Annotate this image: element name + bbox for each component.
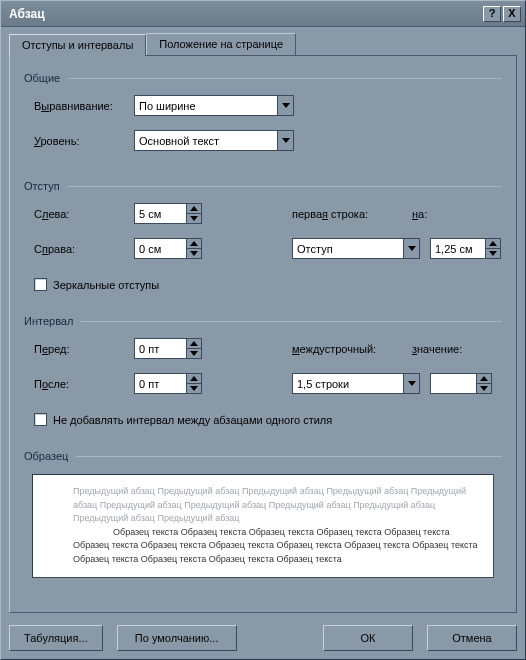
svg-marker-4 <box>190 241 198 246</box>
tab-pageflow[interactable]: Положение на странице <box>146 33 296 55</box>
left-spin[interactable] <box>134 203 202 224</box>
linespacing-drop-icon[interactable] <box>403 373 420 394</box>
ok-button[interactable]: ОК <box>323 625 413 651</box>
preview-sample: Образец текста Образец текста Образец те… <box>45 526 481 567</box>
tabs-button[interactable]: Табуляция... <box>9 625 103 651</box>
titlebar: Абзац ? X <box>1 1 525 27</box>
spin-up-icon[interactable] <box>476 373 492 384</box>
spin-down-icon[interactable] <box>186 214 202 225</box>
preview-box: Предыдущий абзац Предыдущий абзац Предыд… <box>32 474 494 578</box>
before-label: Перед: <box>34 343 124 355</box>
after-value[interactable] <box>134 373 186 394</box>
value-label: значение: <box>412 343 472 355</box>
alignment-label: Выравнивание: <box>34 100 124 112</box>
svg-marker-10 <box>190 351 198 356</box>
svg-marker-14 <box>480 376 488 381</box>
spin-up-icon[interactable] <box>186 373 202 384</box>
dialog-buttons: Табуляция... По умолчанию... ОК Отмена <box>9 617 517 651</box>
left-value[interactable] <box>134 203 186 224</box>
value-spin[interactable] <box>430 373 492 394</box>
alignment-drop-icon[interactable] <box>277 95 294 116</box>
value-value[interactable] <box>430 373 476 394</box>
by-label: на: <box>412 208 462 220</box>
group-indent: Отступ <box>24 180 502 192</box>
mirror-label: Зеркальные отступы <box>53 279 159 291</box>
alignment-combo[interactable] <box>134 95 294 116</box>
help-icon: ? <box>489 8 496 19</box>
right-value[interactable] <box>134 238 186 259</box>
by-spin[interactable] <box>430 238 501 259</box>
firstline-value[interactable] <box>292 238 403 259</box>
paragraph-dialog: Абзац ? X Отступы и интервалы Положение … <box>0 0 526 660</box>
nospace-checkbox[interactable] <box>34 413 47 426</box>
close-button[interactable]: X <box>503 6 521 22</box>
by-value[interactable] <box>430 238 485 259</box>
svg-marker-8 <box>489 251 497 256</box>
linespacing-label: междустрочный: <box>292 343 402 355</box>
group-spacing: Интервал <box>24 315 502 327</box>
mirror-checkbox[interactable] <box>34 278 47 291</box>
svg-marker-5 <box>190 251 198 256</box>
before-spin[interactable] <box>134 338 202 359</box>
level-combo[interactable] <box>134 130 294 151</box>
after-spin[interactable] <box>134 373 202 394</box>
before-value[interactable] <box>134 338 186 359</box>
svg-marker-6 <box>408 246 416 251</box>
group-general: Общие <box>24 72 502 84</box>
spin-down-icon[interactable] <box>476 384 492 395</box>
nospace-label: Не добавлять интервал между абзацами одн… <box>53 414 332 426</box>
spin-up-icon[interactable] <box>186 238 202 249</box>
svg-marker-11 <box>190 376 198 381</box>
svg-marker-15 <box>480 386 488 391</box>
dialog-body: Отступы и интервалы Положение на страниц… <box>1 27 525 659</box>
spin-up-icon[interactable] <box>186 338 202 349</box>
preview-previous: Предыдущий абзац Предыдущий абзац Предыд… <box>45 485 481 526</box>
right-spin[interactable] <box>134 238 202 259</box>
close-icon: X <box>508 8 515 19</box>
firstline-drop-icon[interactable] <box>403 238 420 259</box>
tab-indents[interactable]: Отступы и интервалы <box>9 34 146 56</box>
linespacing-value[interactable] <box>292 373 403 394</box>
svg-marker-2 <box>190 206 198 211</box>
tab-panel: Общие Выравнивание: Уровень: Отступ <box>9 56 517 613</box>
svg-marker-0 <box>282 103 290 108</box>
svg-marker-13 <box>408 381 416 386</box>
spin-up-icon[interactable] <box>186 203 202 214</box>
level-label: Уровень: <box>34 135 124 147</box>
linespacing-combo[interactable] <box>292 373 420 394</box>
spin-down-icon[interactable] <box>186 249 202 260</box>
default-button[interactable]: По умолчанию... <box>117 625 237 651</box>
help-button[interactable]: ? <box>483 6 501 22</box>
level-drop-icon[interactable] <box>277 130 294 151</box>
svg-marker-1 <box>282 138 290 143</box>
cancel-button[interactable]: Отмена <box>427 625 517 651</box>
group-preview: Образец <box>24 450 502 462</box>
left-label: Слева: <box>34 208 124 220</box>
level-value[interactable] <box>134 130 277 151</box>
spin-down-icon[interactable] <box>485 249 501 260</box>
spin-down-icon[interactable] <box>186 349 202 360</box>
svg-marker-9 <box>190 341 198 346</box>
svg-marker-3 <box>190 216 198 221</box>
spin-down-icon[interactable] <box>186 384 202 395</box>
tab-strip: Отступы и интервалы Положение на страниц… <box>9 33 517 56</box>
dialog-title: Абзац <box>9 7 481 21</box>
firstline-combo[interactable] <box>292 238 420 259</box>
right-label: Справа: <box>34 243 124 255</box>
spin-up-icon[interactable] <box>485 238 501 249</box>
firstline-label: первая строка: <box>292 208 402 220</box>
svg-marker-7 <box>489 241 497 246</box>
after-label: После: <box>34 378 124 390</box>
svg-marker-12 <box>190 386 198 391</box>
alignment-value[interactable] <box>134 95 277 116</box>
